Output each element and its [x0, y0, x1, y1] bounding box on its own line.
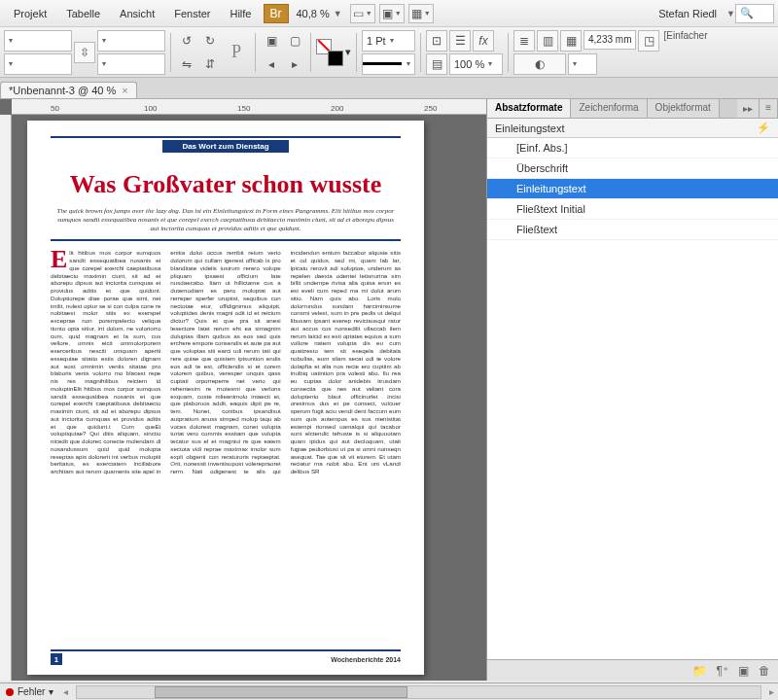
view-mode-icon[interactable]: ▭▼ [350, 4, 375, 23]
balance-columns-icon[interactable]: ☰ [449, 30, 471, 52]
scroll-right-icon[interactable]: ▸ [765, 686, 778, 697]
select-content-icon[interactable]: ▢ [284, 30, 305, 52]
page[interactable]: Das Wort zum Dienstag Was Großvater scho… [27, 121, 424, 675]
text-wrap-icon[interactable]: ≣ [513, 30, 535, 52]
stroke-weight-select[interactable]: 1 Pt▾ [362, 30, 415, 52]
menu-fenster[interactable]: Fenster [164, 4, 220, 23]
rule-mid [51, 239, 401, 241]
error-dot-icon [6, 688, 14, 696]
corner-shape-icon[interactable]: ◳ [638, 30, 659, 52]
panel-collapse-button[interactable]: ▸▸ [737, 99, 760, 118]
screen-mode-icon[interactable]: ▣▼ [379, 4, 405, 23]
tab-zeichenformate[interactable]: Zeichenforma [571, 99, 647, 118]
style-item[interactable]: Fließtext [487, 220, 778, 240]
opacity-select[interactable]: ▾ [568, 53, 597, 75]
new-style-icon[interactable]: ▣ [738, 664, 749, 678]
style-item[interactable]: Überschrift [487, 158, 778, 179]
ruler-mark: 150 [237, 104, 250, 113]
stroke-color-swatch[interactable] [328, 51, 343, 66]
chevron-down-icon: ▼ [334, 9, 342, 18]
rotate-cw-icon[interactable]: ↻ [199, 30, 221, 52]
bridge-icon[interactable]: Br [264, 4, 289, 23]
rule-top [51, 136, 401, 138]
clear-override-icon[interactable]: ⚡ [757, 122, 770, 134]
style-list: [Einf. Abs.] Überschrift Einleitungstext… [487, 138, 778, 659]
menu-icon: ≡ [765, 102, 771, 113]
scroll-left-icon[interactable]: ◂ [59, 686, 72, 697]
scrollbar-thumb[interactable] [155, 686, 407, 698]
menu-tabelle[interactable]: Tabelle [56, 4, 110, 23]
document-canvas[interactable]: 50 100 150 200 250 Das Wort zum Dienstag… [0, 99, 486, 681]
style-item[interactable]: [Einf. Abs.] [487, 138, 778, 158]
current-style-row: Einleitungstext ⚡ [487, 119, 778, 138]
select-container-icon[interactable]: ▣ [261, 30, 282, 52]
intro-text: The quick brown fox jumps over the lazy … [56, 207, 395, 233]
panel-footer: 📁 ¶⁺ ▣ 🗑 [487, 659, 778, 681]
effects-icon[interactable]: ▦ [560, 30, 582, 52]
document-tab[interactable]: *Unbenannt-3 @ 40 % × [0, 82, 137, 98]
stroke-style-select[interactable]: ▾ [362, 53, 415, 75]
tab-absatzformate[interactable]: Absatzformate [487, 99, 571, 118]
link-dimensions-icon[interactable]: ⇳ [74, 42, 95, 63]
preflight-errors[interactable]: Fehler ▾ [0, 686, 59, 697]
style-item-selected[interactable]: Einleitungstext [487, 179, 778, 199]
zoom-select[interactable]: 40,8 % ▼ [291, 6, 348, 21]
styles-panel: Absatzformate Zeichenforma Objektformat … [486, 99, 778, 681]
auto-fit-icon[interactable]: ⊡ [426, 30, 447, 52]
search-icon: 🔍 [740, 7, 754, 19]
vertical-ruler[interactable] [0, 115, 12, 681]
paragraph-mark-icon[interactable]: P [223, 42, 250, 63]
y-coord-field[interactable]: ▾ [4, 53, 72, 75]
document-tab-title: *Unbenannt-3 @ 40 % [9, 85, 116, 96]
document-tab-bar: *Unbenannt-3 @ 40 % × [0, 78, 778, 99]
current-style-name: Einleitungstext [495, 122, 565, 134]
body-text: lit hitibus mos corpor sumquos sandit es… [51, 249, 401, 474]
page-footer: 1 Wochenberichte 2014 [51, 649, 401, 665]
headline: Was Großvater schon wusste [51, 170, 401, 199]
rotate-ccw-icon[interactable]: ↺ [176, 30, 197, 52]
arrange-icon[interactable]: ▦▼ [408, 4, 434, 23]
columns-icon[interactable]: ▥ [537, 30, 558, 52]
horizontal-scrollbar[interactable] [76, 685, 761, 699]
chevron-down-icon[interactable]: ▼ [726, 9, 735, 18]
drop-cap: E [51, 249, 69, 270]
chevron-right-icon: ▸▸ [743, 103, 753, 114]
ruler-mark: 50 [51, 104, 59, 113]
new-group-icon[interactable]: ¶⁺ [717, 664, 728, 678]
user-label: Stefan Riedl [649, 8, 726, 19]
panel-menu-button[interactable]: ≡ [760, 99, 778, 118]
drop-shadow-icon[interactable]: ◐ [513, 53, 566, 75]
section-banner: Das Wort zum Dienstag [162, 140, 289, 153]
errors-label: Fehler [18, 686, 45, 697]
search-input[interactable]: 🔍 [735, 4, 774, 23]
zoom-value: 40,8 % [297, 8, 330, 19]
chevron-down-icon[interactable]: ▾ [345, 46, 351, 58]
select-next-icon[interactable]: ▸ [284, 53, 305, 75]
corner-radius-field[interactable]: 4,233 mm [584, 30, 636, 50]
x-coord-field[interactable]: ▾ [4, 30, 72, 52]
body-columns: Elit hitibus mos corpor sumquos sandit e… [51, 249, 401, 657]
status-bar: Fehler ▾ ◂ ▸ [0, 682, 778, 700]
menu-projekt[interactable]: Projekt [4, 4, 56, 23]
menu-hilfe[interactable]: Hilfe [220, 4, 261, 23]
width-field[interactable]: ▾ [97, 30, 165, 52]
chevron-down-icon: ▾ [49, 686, 53, 697]
folder-icon[interactable]: 📁 [692, 664, 707, 678]
horizontal-ruler[interactable]: 50 100 150 200 250 [12, 99, 486, 115]
select-prev-icon[interactable]: ◂ [261, 53, 282, 75]
style-item[interactable]: Fließtext Initial [487, 199, 778, 220]
menu-ansicht[interactable]: Ansicht [110, 4, 164, 23]
flip-v-icon[interactable]: ⇵ [199, 53, 221, 75]
page-number: 1 [51, 653, 62, 665]
height-field[interactable]: ▾ [97, 53, 165, 75]
panel-tab-bar: Absatzformate Zeichenforma Objektformat … [487, 99, 778, 119]
vertical-justify-icon[interactable]: ▤ [426, 53, 447, 75]
ruler-mark: 200 [331, 104, 343, 113]
formula-icon[interactable]: fx [473, 30, 494, 52]
flip-h-icon[interactable]: ⇋ [176, 53, 197, 75]
trash-icon[interactable]: 🗑 [759, 664, 770, 678]
close-icon[interactable]: × [122, 85, 127, 96]
publication-label: Wochenberichte 2014 [331, 656, 401, 663]
tab-objektformate[interactable]: Objektformat [648, 99, 720, 118]
zoom-field[interactable]: 100 %▾ [449, 53, 503, 75]
